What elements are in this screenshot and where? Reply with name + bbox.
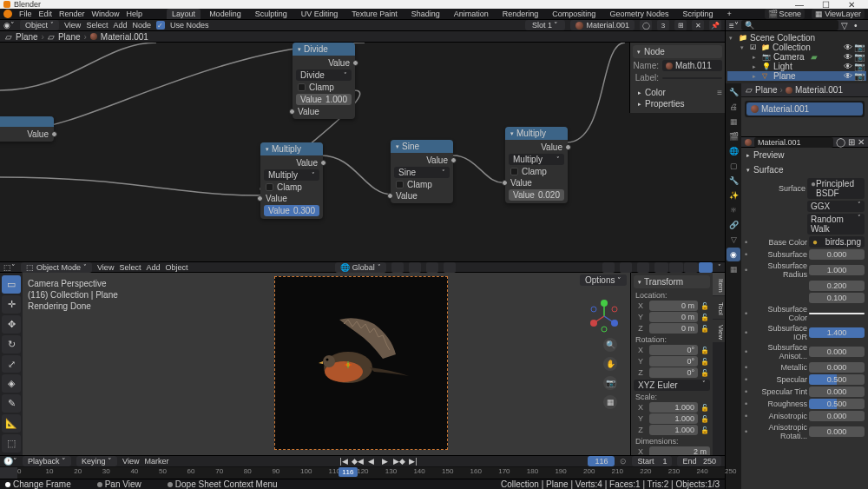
editor-type-icon[interactable]: ⬚˅ — [3, 263, 16, 272]
eye-icon[interactable]: 👁 — [844, 71, 852, 81]
node-properties-section[interactable]: Properties — [645, 99, 685, 109]
lock-icon[interactable]: 🔓 — [700, 347, 710, 354]
scale-z-field[interactable]: 1.000 — [649, 425, 698, 435]
node-output-value[interactable]: Value — [293, 57, 355, 69]
playback-dropdown[interactable]: Playback ˅ — [23, 456, 71, 466]
props-tab-particles[interactable]: ✨ — [727, 188, 740, 202]
workspace-tab-layout[interactable]: Layout — [167, 9, 201, 19]
material-users-icon[interactable]: 3 — [657, 20, 669, 30]
socket-icon[interactable]: • — [745, 375, 752, 384]
workspace-tab-shading[interactable]: Shading — [406, 9, 445, 19]
workspace-tab-animation[interactable]: Animation — [449, 9, 494, 19]
material-new-icon[interactable]: ⊞ — [848, 137, 855, 147]
socket-icon[interactable]: • — [745, 412, 752, 420]
workspace-tab-texture-paint[interactable]: Texture Paint — [346, 9, 403, 19]
node-panel-header[interactable]: ▾Node — [633, 45, 722, 58]
lock-icon[interactable]: 🔓 — [700, 415, 710, 423]
select-tool[interactable]: ▭ — [2, 275, 21, 294]
subsurface-color-field[interactable] — [809, 313, 865, 314]
rotation-y-field[interactable]: 0° — [649, 356, 698, 367]
props-tab-viewlayer[interactable]: ▦ — [727, 115, 740, 129]
timeline-menu-view[interactable]: View — [122, 457, 139, 466]
add-cube-tool[interactable]: ⬚ — [2, 434, 21, 453]
overlay-toggle-icon[interactable] — [620, 262, 632, 273]
material-browse-icon[interactable]: ◯ — [836, 137, 845, 147]
node-header-multiply[interactable]: ▾Multiply — [505, 127, 568, 140]
node-output-value[interactable]: Value — [505, 142, 568, 153]
props-tab-render[interactable]: 🔧 — [727, 85, 740, 99]
lock-icon[interactable]: 🔓 — [700, 426, 710, 434]
socket-icon[interactable]: • — [745, 250, 752, 259]
subsurface-radius-1[interactable]: 1.000 — [809, 265, 865, 275]
props-tab-data[interactable]: ▽ — [727, 233, 740, 247]
move-tool[interactable]: ✥ — [2, 315, 21, 334]
eye-icon[interactable]: 👁 — [844, 52, 852, 62]
node-value-field[interactable]: Value1.000 — [296, 94, 352, 105]
rendered-shading-icon[interactable] — [699, 262, 713, 273]
node-operation-select[interactable]: Sine˅ — [394, 167, 450, 178]
keyframe-next-icon[interactable]: ▶◆ — [393, 456, 405, 466]
metallic-field[interactable]: 0.000 — [809, 362, 865, 373]
pin-icon[interactable]: 📌 — [709, 20, 721, 30]
node-output-value[interactable]: Value — [260, 157, 323, 169]
props-tab-constraints[interactable]: 🔗 — [727, 218, 740, 232]
distribution-select[interactable]: GGX˅ — [807, 201, 865, 212]
lock-icon[interactable]: 🔓 — [700, 325, 710, 333]
breadcrumb-plane[interactable]: Plane — [16, 32, 38, 42]
surface-section[interactable]: ▾Surface — [741, 162, 868, 177]
end-frame-field[interactable]: End 250 — [677, 456, 721, 466]
workspace-tab-scripting[interactable]: Scripting — [677, 9, 718, 19]
base-color-field[interactable]: ●birds.png — [809, 236, 865, 248]
props-tab-scene[interactable]: 🎬 — [727, 129, 740, 143]
props-tab-object[interactable]: ▢ — [727, 159, 740, 173]
props-tab-output[interactable]: 🖨 — [727, 100, 740, 114]
snap-options-icon[interactable] — [426, 262, 438, 273]
close-button[interactable]: ✕ — [838, 0, 865, 10]
gizmo-toggle-icon[interactable] — [602, 262, 615, 273]
timeline-ruler[interactable]: 0102030405060708090100110120130140150160… — [0, 466, 725, 479]
props-tab-world[interactable]: 🌐 — [727, 144, 740, 158]
proportional-icon[interactable] — [444, 262, 456, 273]
node-menu-select[interactable]: Select — [86, 21, 108, 30]
node-clamp-checkbox[interactable]: Clamp — [391, 179, 453, 190]
lock-icon[interactable]: 🔓 — [700, 314, 710, 321]
props-tab-material[interactable]: ◉ — [727, 248, 740, 261]
lock-icon[interactable]: 🔓 — [700, 358, 710, 366]
eye-icon[interactable]: 👁 — [844, 62, 852, 71]
autokey-icon[interactable]: ⊙ — [620, 457, 627, 466]
menu-window[interactable]: Window — [92, 10, 120, 18]
scale-y-field[interactable]: 1.000 — [649, 413, 698, 424]
lock-icon[interactable]: 🔓 — [700, 369, 710, 377]
n-tab-item[interactable]: Item — [713, 273, 725, 295]
node-sine[interactable]: ▾Sine Value Sine˅ Clamp Value — [391, 140, 453, 203]
rotation-x-field[interactable]: 0° — [649, 345, 698, 355]
lock-icon[interactable]: 🔓 — [700, 404, 710, 412]
rotate-tool[interactable]: ↻ — [2, 335, 21, 354]
node-divide[interactable]: ▾Divide Value Divide˅ Clamp Value1.000 V… — [293, 43, 355, 119]
viewport-menu-select[interactable]: Select — [119, 263, 141, 272]
material-slot[interactable]: Slot 1 ˅ — [525, 20, 566, 30]
node-input-value[interactable]: Value — [505, 177, 568, 188]
node-operation-select[interactable]: Divide˅ — [296, 69, 352, 81]
play-reverse-icon[interactable]: ◀ — [365, 456, 378, 466]
outliner-scene-collection[interactable]: ▾📁Scene Collection — [727, 33, 866, 43]
node-header-divide[interactable]: ▾Divide — [293, 43, 355, 56]
solid-shading-icon[interactable] — [669, 262, 683, 273]
jump-start-icon[interactable]: |◀ — [338, 456, 350, 466]
rotation-z-field[interactable]: 0° — [649, 367, 698, 378]
socket-icon[interactable]: • — [745, 266, 752, 274]
outliner-collection[interactable]: ▾☑📁Collection👁📷 — [727, 43, 866, 52]
subsurface-radius-3[interactable]: 0.100 — [809, 293, 865, 303]
material-unlink-icon[interactable]: ✕ — [858, 137, 865, 147]
matpreview-shading-icon[interactable] — [684, 262, 698, 273]
keyframe-prev-icon[interactable]: ◆◀ — [352, 456, 364, 466]
menu-help[interactable]: Help — [127, 10, 143, 18]
minimize-button[interactable]: — — [786, 0, 812, 10]
blender-logo-icon[interactable] — [3, 10, 12, 18]
menu-file[interactable]: File — [19, 10, 32, 18]
editor-type-icon[interactable]: ≡˅ — [729, 21, 739, 30]
surface-shader-select[interactable]: ●Principled BSDF — [807, 178, 865, 199]
material-browse-icon[interactable]: ◯ — [640, 20, 652, 30]
jump-end-icon[interactable]: ▶| — [407, 456, 419, 466]
node-menu-add[interactable]: Add — [113, 21, 127, 30]
